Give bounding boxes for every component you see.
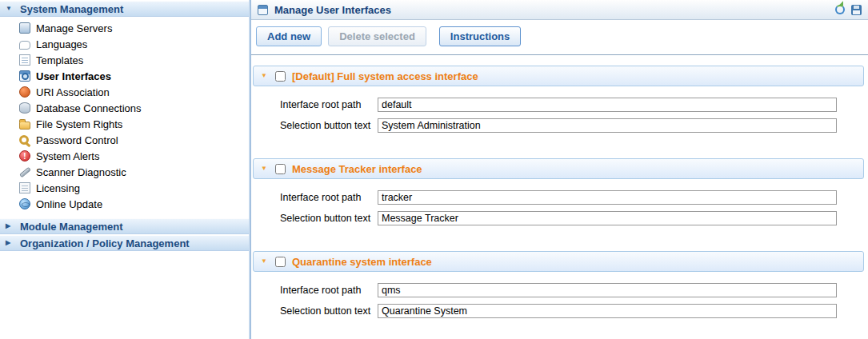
manage-servers-icon [19,22,30,34]
delete-selected-button[interactable]: Delete selected [328,26,426,46]
chevron-down-icon [6,6,15,12]
sidebar-item-password-control[interactable]: Password Control [0,132,249,148]
header-actions [835,5,862,15]
sidebar-item-manage-servers[interactable]: Manage Servers [0,20,249,36]
form-row: Selection button text [253,211,864,225]
sidebar-item-label: User Interfaces [36,70,111,82]
refresh-icon[interactable] [835,5,845,14]
interface-title: Quarantine system interface [292,256,432,268]
form-row: Selection button text [253,304,864,318]
sidebar-item-user-interfaces[interactable]: User Interfaces [0,68,249,84]
panel-header: Manage User Interfaces [251,0,868,20]
sidebar-section-label: Module Management [20,221,123,233]
sidebar-section-module-management[interactable]: Module Management [0,218,249,234]
interface-select-checkbox[interactable] [275,71,286,82]
sidebar-section-label: Organization / Policy Management [20,237,190,249]
field-label: Selection button text [280,120,378,131]
section-collapse-icon[interactable] [261,258,269,265]
chevron-right-icon [6,240,15,246]
languages-icon [19,41,30,50]
sidebar-item-label: Manage Servers [36,22,112,34]
field-label: Interface root path [280,192,378,203]
main-panel: Manage User Interfaces Add new Delete se… [251,0,868,339]
sidebar-section-label: System Management [20,3,123,15]
sidebar-item-label: Licensing [36,182,80,194]
interface-root-path-input[interactable] [378,98,837,112]
scanner-diagnostic-icon [19,166,30,177]
interface-section-body: Interface root path Selection button tex… [253,179,864,235]
interface-section-message-tracker-interface: Message Tracker interface Interface root… [253,158,864,235]
sidebar-item-label: Online Update [36,198,102,210]
interface-root-path-input[interactable] [378,283,837,297]
interface-sections: [Default] Full system access interface I… [251,55,868,339]
interface-section-header[interactable]: [Default] Full system access interface [253,66,864,86]
form-row: Selection button text [253,118,864,133]
sidebar-item-label: Password Control [36,134,118,146]
save-icon[interactable] [851,5,862,15]
interface-section-header[interactable]: Message Tracker interface [253,158,864,179]
sidebar-section-system-management[interactable]: System Management [0,1,249,17]
section-collapse-icon[interactable] [261,73,269,79]
licensing-icon [19,182,30,193]
section-collapse-icon[interactable] [261,166,269,172]
instructions-button[interactable]: Instructions [439,26,521,46]
interface-title: Message Tracker interface [292,163,422,175]
sidebar-item-label: URI Association [36,86,110,98]
sidebar-item-label: Languages [36,38,87,50]
page-title: Manage User Interfaces [274,4,835,16]
password-control-icon [19,134,30,146]
sidebar-item-file-system-rights[interactable]: File System Rights [0,116,249,132]
sidebar-item-languages[interactable]: Languages [0,36,249,52]
app-window: System Management Manage Servers Languag… [0,0,868,339]
file-system-rights-icon [19,122,30,130]
system-alerts-icon [19,150,30,162]
sidebar-item-list: Manage Servers Languages Templates User … [0,20,249,212]
add-new-button[interactable]: Add new [256,26,322,46]
sidebar-item-licensing[interactable]: Licensing [0,180,249,196]
sidebar-item-label: System Alerts [36,150,99,162]
selection-button-text-input[interactable] [378,304,837,318]
sidebar-item-uri-association[interactable]: URI Association [0,84,249,100]
interface-section-default-full-system-access-interface: [Default] Full system access interface I… [253,66,864,142]
interface-select-checkbox[interactable] [275,164,286,174]
selection-button-text-input[interactable] [378,118,837,133]
field-label: Selection button text [280,305,378,317]
templates-icon [19,54,30,66]
field-label: Interface root path [280,99,378,110]
field-label: Interface root path [280,285,378,296]
form-row: Interface root path [253,283,864,297]
user-interfaces-icon [19,70,30,82]
sidebar-item-label: Templates [36,54,83,66]
selection-button-text-input[interactable] [378,211,837,225]
sidebar-item-scanner-diagnostic[interactable]: Scanner Diagnostic [0,164,249,180]
sidebar-item-online-update[interactable]: Online Update [0,196,249,212]
toolbar: Add new Delete selected Instructions [251,20,868,55]
interface-section-quarantine-system-interface: Quarantine system interface Interface ro… [253,251,864,328]
sidebar-item-label: File System Rights [36,118,122,130]
uri-association-icon [19,86,30,98]
sidebar-item-label: Scanner Diagnostic [36,166,126,178]
sidebar-item-templates[interactable]: Templates [0,52,249,68]
field-label: Selection button text [280,213,378,224]
interface-section-body: Interface root path Selection button tex… [253,272,864,328]
sidebar-item-label: Database Connections [36,102,142,114]
sidebar-section-organization-policy-management[interactable]: Organization / Policy Management [0,235,249,251]
sidebar: System Management Manage Servers Languag… [0,0,249,339]
database-connections-icon [19,102,30,114]
interface-section-body: Interface root path Selection button tex… [253,86,864,142]
chevron-right-icon [6,223,15,229]
sidebar-item-database-connections[interactable]: Database Connections [0,100,249,116]
window-icon [258,5,268,15]
form-row: Interface root path [253,190,864,205]
sidebar-item-system-alerts[interactable]: System Alerts [0,148,249,164]
interface-root-path-input[interactable] [378,190,837,205]
interface-select-checkbox[interactable] [275,257,286,267]
online-update-icon [19,198,30,209]
interface-section-header[interactable]: Quarantine system interface [253,251,864,272]
form-row: Interface root path [253,98,864,112]
interface-title: [Default] Full system access interface [292,70,478,82]
